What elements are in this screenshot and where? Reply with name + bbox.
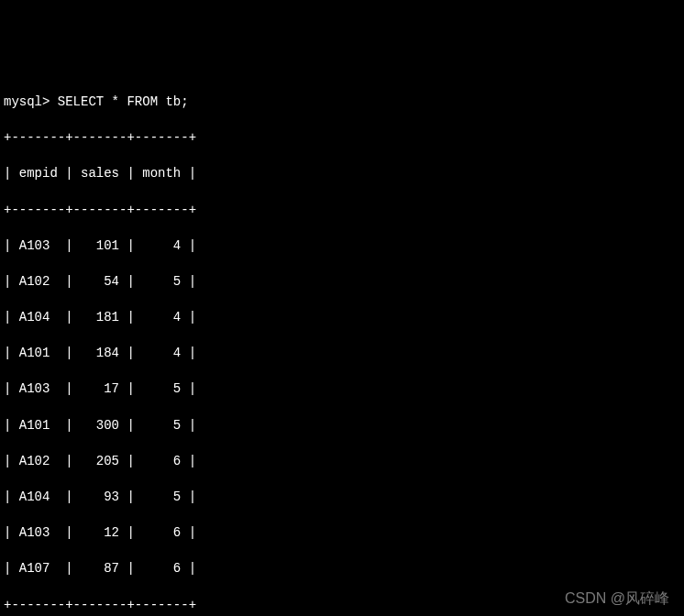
table-border: +-------+-------+-------+ bbox=[4, 129, 680, 148]
table-row: | A103 | 17 | 5 | bbox=[4, 380, 680, 399]
table-row: | A104 | 181 | 4 | bbox=[4, 309, 680, 327]
query-line-1: mysql> SELECT * FROM tb; bbox=[4, 94, 680, 112]
table-row: | A102 | 205 | 6 | bbox=[4, 453, 680, 471]
table-row: | A107 | 87 | 6 | bbox=[4, 560, 680, 578]
table-row: | A103 | 101 | 4 | bbox=[4, 237, 680, 256]
sql-statement: SELECT * FROM tb; bbox=[58, 94, 189, 109]
terminal-output: mysql> SELECT * FROM tb; +-------+------… bbox=[4, 75, 680, 616]
mysql-prompt: mysql> bbox=[4, 94, 58, 109]
table-border: +-------+-------+-------+ bbox=[4, 202, 680, 220]
table-row: | A102 | 54 | 5 | bbox=[4, 273, 680, 292]
table-border: +-------+-------+-------+ bbox=[4, 597, 680, 615]
table-row: | A101 | 184 | 4 | bbox=[4, 345, 680, 363]
table-row: | A104 | 93 | 5 | bbox=[4, 489, 680, 507]
table-header: | empid | sales | month | bbox=[4, 165, 680, 183]
table-row: | A103 | 12 | 6 | bbox=[4, 524, 680, 543]
table-row: | A101 | 300 | 5 | bbox=[4, 417, 680, 435]
